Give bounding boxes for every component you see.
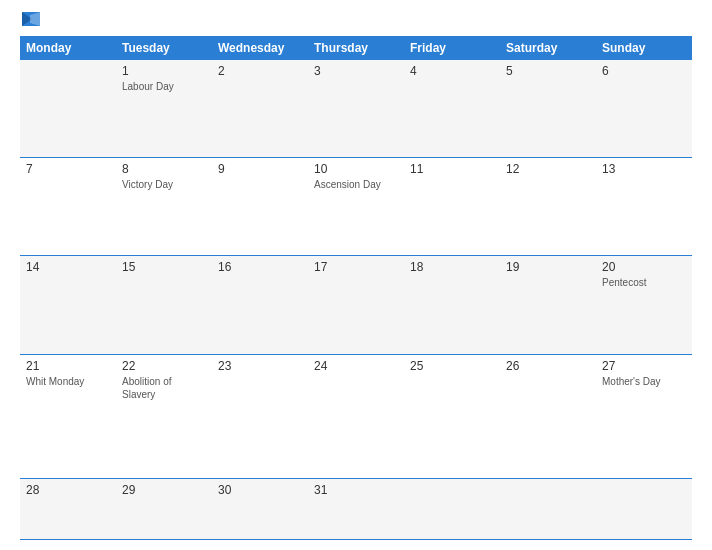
day-number: 2 <box>218 64 302 78</box>
calendar-cell: 29 <box>116 478 212 539</box>
weekday-saturday: Saturday <box>500 36 596 60</box>
day-number: 1 <box>122 64 206 78</box>
day-number: 28 <box>26 483 110 497</box>
day-number: 24 <box>314 359 398 373</box>
day-number: 8 <box>122 162 206 176</box>
holiday-label: Ascension Day <box>314 178 398 191</box>
day-number: 12 <box>506 162 590 176</box>
day-number: 6 <box>602 64 686 78</box>
day-number: 13 <box>602 162 686 176</box>
calendar-cell: 11 <box>404 157 500 255</box>
holiday-label: Whit Monday <box>26 375 110 388</box>
calendar-cell: 26 <box>500 354 596 478</box>
calendar-cell <box>596 478 692 539</box>
calendar-cell: 21Whit Monday <box>20 354 116 478</box>
logo <box>20 10 40 28</box>
calendar-cell: 19 <box>500 256 596 354</box>
calendar-cell: 22Abolition of Slavery <box>116 354 212 478</box>
week-row-4: 21Whit Monday22Abolition of Slavery23242… <box>20 354 692 478</box>
day-number: 4 <box>410 64 494 78</box>
calendar-cell: 17 <box>308 256 404 354</box>
logo-blue-part <box>20 10 40 28</box>
calendar-cell: 8Victory Day <box>116 157 212 255</box>
day-number: 17 <box>314 260 398 274</box>
calendar-cell: 27Mother's Day <box>596 354 692 478</box>
weekday-sunday: Sunday <box>596 36 692 60</box>
weekday-tuesday: Tuesday <box>116 36 212 60</box>
day-number: 11 <box>410 162 494 176</box>
calendar-cell: 23 <box>212 354 308 478</box>
calendar-cell <box>20 60 116 157</box>
calendar-cell <box>404 478 500 539</box>
calendar: MondayTuesdayWednesdayThursdayFridaySatu… <box>20 36 692 540</box>
calendar-cell: 16 <box>212 256 308 354</box>
day-number: 3 <box>314 64 398 78</box>
calendar-cell: 28 <box>20 478 116 539</box>
weekday-header-row: MondayTuesdayWednesdayThursdayFridaySatu… <box>20 36 692 60</box>
day-number: 25 <box>410 359 494 373</box>
day-number: 14 <box>26 260 110 274</box>
day-number: 9 <box>218 162 302 176</box>
weekday-friday: Friday <box>404 36 500 60</box>
day-number: 22 <box>122 359 206 373</box>
calendar-cell: 31 <box>308 478 404 539</box>
calendar-cell: 30 <box>212 478 308 539</box>
day-number: 18 <box>410 260 494 274</box>
calendar-cell: 20Pentecost <box>596 256 692 354</box>
calendar-cell: 5 <box>500 60 596 157</box>
day-number: 7 <box>26 162 110 176</box>
calendar-cell: 9 <box>212 157 308 255</box>
day-number: 5 <box>506 64 590 78</box>
week-row-2: 78Victory Day910Ascension Day111213 <box>20 157 692 255</box>
day-number: 15 <box>122 260 206 274</box>
calendar-cell: 24 <box>308 354 404 478</box>
holiday-label: Labour Day <box>122 80 206 93</box>
weekday-monday: Monday <box>20 36 116 60</box>
day-number: 19 <box>506 260 590 274</box>
holiday-label: Victory Day <box>122 178 206 191</box>
calendar-cell: 12 <box>500 157 596 255</box>
holiday-label: Pentecost <box>602 276 686 289</box>
day-number: 26 <box>506 359 590 373</box>
calendar-cell <box>500 478 596 539</box>
calendar-cell: 14 <box>20 256 116 354</box>
calendar-cell: 15 <box>116 256 212 354</box>
logo-flag-icon <box>22 12 40 26</box>
day-number: 29 <box>122 483 206 497</box>
day-number: 27 <box>602 359 686 373</box>
day-number: 20 <box>602 260 686 274</box>
day-number: 23 <box>218 359 302 373</box>
day-number: 30 <box>218 483 302 497</box>
calendar-cell: 10Ascension Day <box>308 157 404 255</box>
day-number: 21 <box>26 359 110 373</box>
week-row-1: 1Labour Day23456 <box>20 60 692 157</box>
calendar-cell: 1Labour Day <box>116 60 212 157</box>
holiday-label: Abolition of Slavery <box>122 375 206 401</box>
day-number: 31 <box>314 483 398 497</box>
holiday-label: Mother's Day <box>602 375 686 388</box>
day-number: 10 <box>314 162 398 176</box>
calendar-cell: 2 <box>212 60 308 157</box>
week-row-3: 14151617181920Pentecost <box>20 256 692 354</box>
calendar-cell: 7 <box>20 157 116 255</box>
header <box>20 10 692 28</box>
weekday-wednesday: Wednesday <box>212 36 308 60</box>
weekday-thursday: Thursday <box>308 36 404 60</box>
calendar-cell: 3 <box>308 60 404 157</box>
calendar-cell: 18 <box>404 256 500 354</box>
day-number: 16 <box>218 260 302 274</box>
calendar-cell: 6 <box>596 60 692 157</box>
calendar-cell: 13 <box>596 157 692 255</box>
week-row-5: 28293031 <box>20 478 692 539</box>
calendar-cell: 4 <box>404 60 500 157</box>
calendar-cell: 25 <box>404 354 500 478</box>
